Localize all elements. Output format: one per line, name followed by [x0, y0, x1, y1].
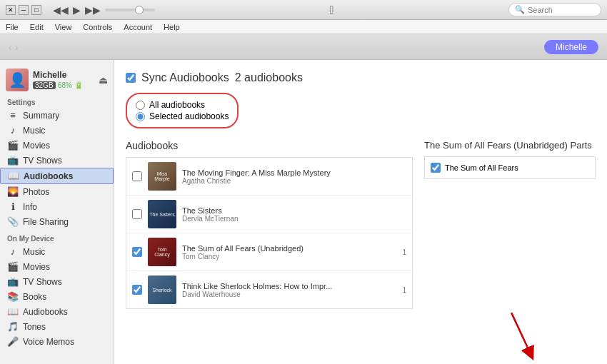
device-name: Michelle	[33, 70, 94, 80]
menu-edit[interactable]: Edit	[30, 23, 44, 31]
movies-icon: 🎬	[7, 140, 19, 151]
menu-help[interactable]: Help	[164, 23, 180, 31]
book-4-checkbox[interactable]	[132, 285, 142, 295]
content-area: Sync Audiobooks 2 audiobooks All audiobo…	[114, 60, 607, 364]
voicememos-icon: 🎤	[7, 336, 19, 347]
sidebar-item-label: Movies	[23, 141, 50, 151]
book-1-cover: Miss Marple	[148, 162, 176, 191]
book-2-checkbox[interactable]	[132, 209, 142, 219]
sidebar-item-label: Photos	[23, 187, 49, 197]
book-4-author: David Waterhouse	[182, 290, 396, 298]
maximize-btn[interactable]: □	[31, 5, 41, 15]
menu-file[interactable]: File	[6, 23, 19, 31]
book-1-title: The Moving Finger: A Miss Marple Mystery	[182, 168, 406, 177]
book-1-info: The Moving Finger: A Miss Marple Mystery…	[182, 168, 406, 185]
play-button[interactable]: ▶	[73, 4, 81, 16]
profile-button[interactable]: Michelle	[544, 40, 598, 54]
device-info: Michelle 32GB 68% 🔋	[33, 70, 94, 90]
nav-forward[interactable]: ›	[15, 41, 19, 53]
radio-group: All audiobooks Selected audiobooks	[126, 93, 239, 128]
eject-button[interactable]: ⏏	[99, 74, 108, 86]
tvshows-icon: 📺	[7, 155, 19, 166]
book-2-cover: The Sisters	[148, 200, 176, 228]
volume-slider[interactable]	[105, 9, 155, 11]
music-icon: ♪	[7, 125, 19, 136]
list-item: The Sum of All Fears	[428, 160, 592, 176]
part-1-label: The Sum of All Fears	[445, 163, 518, 172]
sidebar-item-label: File Sharing	[23, 217, 69, 227]
sidebar-item-movies[interactable]: 🎬 Movies	[0, 138, 114, 153]
sidebar-item-info[interactable]: ℹ Info	[0, 199, 114, 214]
audiobooks-column: Audiobooks Miss Marple The Moving Finger…	[126, 140, 413, 309]
audiobooks-column-title: Audiobooks	[126, 140, 413, 151]
close-btn[interactable]: ✕	[6, 5, 16, 15]
nav-bar: ‹ › Michelle	[0, 34, 607, 60]
sidebar-item-books[interactable]: 📚 Books	[0, 289, 114, 304]
sidebar-item-filesharing[interactable]: 📎 File Sharing	[0, 214, 114, 229]
radio-selected-input[interactable]	[136, 112, 145, 121]
book-2-author: Dervla McTiernan	[182, 215, 406, 223]
sync-checkbox[interactable]	[126, 73, 136, 83]
sidebar-item-label: Tones	[23, 322, 46, 332]
main-area: 👤 Michelle 32GB 68% 🔋 ⏏ Settings ≡ Summa…	[0, 60, 607, 364]
device-avatar: 👤	[6, 69, 29, 91]
radio-all-input[interactable]	[136, 101, 145, 110]
sidebar-item-music[interactable]: ♪ Music	[0, 123, 114, 138]
parts-list: The Sum of All Fears	[424, 156, 596, 179]
sidebar-item-tones[interactable]: 🎵 Tones	[0, 319, 114, 334]
nav-back[interactable]: ‹	[9, 41, 12, 53]
parts-column: The Sum of All Fears (Unabridged) Parts …	[424, 140, 596, 309]
parts-column-title: The Sum of All Fears (Unabridged) Parts	[424, 140, 596, 151]
sidebar-item-voicememos[interactable]: 🎤 Voice Memos	[0, 334, 114, 349]
device-section: 👤 Michelle 32GB 68% 🔋 ⏏	[0, 66, 114, 93]
search-bar[interactable]: 🔍	[508, 3, 601, 16]
menu-view[interactable]: View	[55, 23, 72, 31]
back-button[interactable]: ◀◀	[53, 4, 69, 16]
menu-account[interactable]: Account	[124, 23, 152, 31]
book-3-author: Tom Clancy	[182, 253, 396, 261]
radio-selected[interactable]: Selected audiobooks	[136, 111, 229, 121]
book-4-cover: Sherlock	[148, 275, 176, 304]
sidebar-item-movies2[interactable]: 🎬 Movies	[0, 259, 114, 274]
book-4-title: Think Like Sherlock Holmes: How to Impr.…	[182, 282, 396, 290]
minimize-btn[interactable]: ─	[19, 5, 29, 15]
music2-icon: ♪	[7, 246, 19, 257]
book-4-info: Think Like Sherlock Holmes: How to Impr.…	[182, 282, 396, 298]
tvshows2-icon: 📺	[7, 276, 19, 287]
book-3-cover: Tom Clancy	[148, 238, 176, 266]
window-controls: ✕ ─ □	[6, 5, 41, 15]
device-battery: 68% 🔋	[58, 81, 83, 89]
sidebar-item-label: Audiobooks	[23, 307, 68, 317]
sidebar-item-tvshows2[interactable]: 📺 TV Shows	[0, 274, 114, 289]
sidebar-item-label: TV Shows	[23, 156, 62, 166]
forward-button[interactable]: ▶▶	[85, 4, 101, 16]
sidebar-item-label: Movies	[23, 262, 50, 272]
book-1-checkbox[interactable]	[132, 171, 142, 181]
menu-bar: File Edit View Controls Account Help	[0, 20, 607, 34]
sidebar-item-photos[interactable]: 🌄 Photos	[0, 184, 114, 199]
table-row: The Sisters The Sisters Dervla McTiernan	[126, 196, 412, 233]
search-input[interactable]	[528, 6, 595, 14]
sidebar-item-tvshows[interactable]: 📺 TV Shows	[0, 153, 114, 168]
book-2-title: The Sisters	[182, 206, 406, 215]
book-2-info: The Sisters Dervla McTiernan	[182, 206, 406, 223]
book-3-checkbox[interactable]	[132, 247, 142, 257]
book-list: Miss Marple The Moving Finger: A Miss Ma…	[126, 157, 413, 309]
sidebar-item-summary[interactable]: ≡ Summary	[0, 108, 114, 123]
table-row: Miss Marple The Moving Finger: A Miss Ma…	[126, 158, 412, 196]
info-icon: ℹ	[7, 201, 19, 212]
two-column-layout: Audiobooks Miss Marple The Moving Finger…	[126, 140, 596, 309]
table-row: Tom Clancy The Sum of All Fears (Unabrid…	[126, 233, 412, 271]
transport-controls: ◀◀ ▶ ▶▶	[53, 4, 155, 16]
nav-arrows: ‹ ›	[9, 41, 18, 53]
settings-section-label: Settings	[0, 93, 114, 108]
radio-all-label: All audiobooks	[149, 100, 205, 110]
sidebar-item-music2[interactable]: ♪ Music	[0, 244, 114, 259]
radio-all[interactable]: All audiobooks	[136, 100, 229, 110]
sidebar-item-audiobooks2[interactable]: 📖 Audiobooks	[0, 304, 114, 319]
sidebar-item-label: Audiobooks	[24, 171, 73, 181]
sidebar-item-audiobooks[interactable]: 📖 Audiobooks	[0, 168, 114, 184]
menu-controls[interactable]: Controls	[83, 23, 112, 31]
onmydevice-section-label: On My Device	[0, 229, 114, 244]
part-1-checkbox[interactable]	[431, 163, 441, 173]
